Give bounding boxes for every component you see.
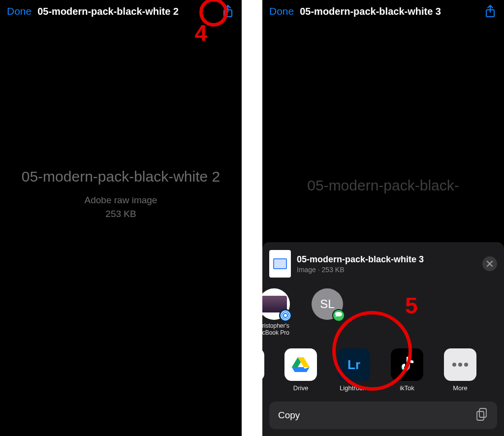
file-name-large: 05-modern-pack-black-white 2 xyxy=(15,167,227,186)
phone-screenshot-1: Done 05-modern-pack-black-white 2 05-mod… xyxy=(0,0,242,436)
done-button[interactable]: Done xyxy=(7,5,32,17)
done-button[interactable]: Done xyxy=(269,5,294,17)
file-name-large: 05-modern-pack-black- xyxy=(277,176,489,195)
share-apps-row: Drive Lr Lightroom ikTok More xyxy=(262,348,497,392)
file-preview-placeholder: 05-modern-pack-black- xyxy=(262,176,504,195)
share-sheet-thumbnail xyxy=(269,250,291,278)
svg-point-10 xyxy=(458,363,462,367)
svg-point-2 xyxy=(284,314,287,317)
svg-rect-13 xyxy=(477,411,484,420)
file-title: 05-modern-pack-black-white 3 xyxy=(300,6,477,17)
file-type-label: Adobe raw image xyxy=(15,195,227,206)
tiktok-icon xyxy=(391,348,423,381)
lightroom-icon: Lr xyxy=(338,348,370,381)
airdrop-contact-sl[interactable]: SL xyxy=(307,288,348,337)
app-label: Drive xyxy=(279,384,322,392)
drive-icon xyxy=(284,348,317,381)
svg-marker-8 xyxy=(292,367,307,372)
share-sheet-subtitle: Image · 253 KB xyxy=(297,266,476,274)
share-sheet-header: 05-modern-pack-black-white 3 Image · 253… xyxy=(269,250,497,278)
app-label: Lightroom xyxy=(332,384,376,392)
file-title: 05-modern-pack-black-white 2 xyxy=(37,6,215,17)
svg-rect-12 xyxy=(479,408,486,417)
share-icon[interactable] xyxy=(483,4,497,18)
svg-point-11 xyxy=(464,363,468,367)
share-app-more[interactable]: More xyxy=(439,348,482,392)
share-app-lightroom[interactable]: Lr Lightroom xyxy=(332,348,376,392)
phone-screenshot-2: Done 05-modern-pack-black-white 3 05-mod… xyxy=(262,0,504,436)
share-icon[interactable] xyxy=(221,4,235,18)
close-button[interactable] xyxy=(482,256,497,271)
top-toolbar: Done 05-modern-pack-black-white 3 xyxy=(262,0,504,23)
share-sheet: 05-modern-pack-black-white 3 Image · 253… xyxy=(262,242,504,436)
action-label: Copy xyxy=(278,410,300,421)
airdrop-contact-macbook[interactable]: hristopher'sacBook Pro xyxy=(262,288,295,337)
share-app-tiktok[interactable]: ikTok xyxy=(385,348,429,392)
share-app-partial[interactable] xyxy=(262,348,269,392)
more-icon xyxy=(444,348,476,381)
app-label: ikTok xyxy=(385,384,429,392)
share-app-drive[interactable]: Drive xyxy=(279,348,322,392)
airdrop-badge-icon xyxy=(279,309,292,322)
app-label: More xyxy=(439,384,482,392)
action-copy[interactable]: Copy xyxy=(269,402,497,429)
annotation-number-4: 4 xyxy=(194,20,207,46)
airdrop-contacts-row: hristopher'sacBook Pro SL xyxy=(262,288,497,337)
airdrop-contact-label: hristopher'sacBook Pro xyxy=(262,323,295,337)
share-sheet-title: 05-modern-pack-black-white 3 xyxy=(297,254,476,265)
file-size-label: 253 KB xyxy=(15,209,227,219)
contact-initials: SL xyxy=(320,297,334,311)
messages-badge-icon xyxy=(332,309,345,322)
copy-icon xyxy=(475,407,488,423)
annotation-number-5: 5 xyxy=(405,292,418,319)
svg-point-9 xyxy=(452,363,456,367)
file-preview-placeholder: 05-modern-pack-black-white 2 Adobe raw i… xyxy=(0,167,242,219)
app-icon-partial xyxy=(262,348,264,381)
